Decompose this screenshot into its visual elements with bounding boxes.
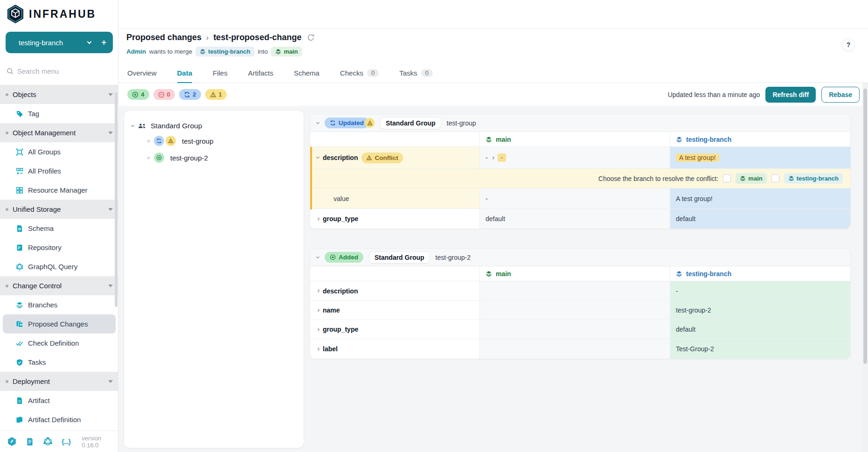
tab-overview[interactable]: Overview [127,63,157,83]
diff-tree-panel: Standard Group test-group test-group-2 [124,110,304,448]
file-icon [16,397,23,404]
status-label: Updated [339,119,364,126]
profiles-icon [16,167,23,175]
page-scrollbar-thumb[interactable] [863,89,867,364]
tab-tasks[interactable]: Tasks0 [399,63,433,83]
infrahub-docs-icon[interactable] [7,437,16,446]
sidebar-item-tasks[interactable]: Tasks [0,353,118,372]
field-name: description [323,287,358,295]
nav-group-label: Objects [13,90,104,98]
nav-group-object-management[interactable]: Object Management [0,123,118,142]
sidebar-item-resource-manager[interactable]: Resource Manager [0,181,118,200]
page-scrollbar[interactable] [862,83,868,452]
tab-artifacts[interactable]: Artifacts [248,63,273,83]
diff-row-group-type[interactable]: group_type default [310,320,850,339]
sidebar-item-branches[interactable]: Branches [0,295,118,314]
tab-files[interactable]: Files [213,63,228,83]
sidebar-item-artifact[interactable]: Artifact [0,391,118,410]
diff-row-label[interactable]: label Test-Group-2 [310,339,850,359]
plus-icon: + [101,38,106,48]
resolve-main-checkbox[interactable] [723,174,731,182]
diff-card-header[interactable]: Updated Standard Group test-group [310,114,850,132]
sidebar-scrollbar[interactable] [115,92,118,307]
sidebar-item-label: Artifact [28,396,50,404]
refresh-diff-button[interactable]: Refresh diff [765,87,816,103]
schema-icon [16,225,23,232]
chevron-right-icon[interactable] [316,308,319,312]
bullet-dot [6,132,8,134]
branch-column-header: testing-branch [670,132,851,146]
chevron-down-icon[interactable] [316,155,319,159]
nav-group-unified-storage[interactable]: Unified Storage [0,200,118,219]
conflict-counter[interactable]: 1 [205,89,227,100]
sidebar-item-tag[interactable]: Tag [0,104,118,123]
breadcrumb-current: test-proposed-change [213,33,301,42]
diff-card-header[interactable]: Added Standard Group test-group-2 [310,249,850,266]
checks-count-badge: 0 [367,69,379,77]
sidebar-item-all-profiles[interactable]: All Profiles [0,161,118,181]
tab-schema[interactable]: Schema [294,63,319,83]
documentation-icon[interactable] [26,438,34,446]
tree-node-standard-group[interactable]: Standard Group [132,122,296,130]
sidebar-item-label: Tasks [28,358,46,366]
chevron-right-icon[interactable] [316,347,319,350]
diff-row-group-type[interactable]: group_type default default [310,209,850,229]
main-column-header: main [479,266,670,281]
conflict-prompt: Choose the branch to resolve the conflic… [598,175,719,182]
resolve-branch-checkbox[interactable] [771,174,779,182]
content-area: Standard Group test-group test-group-2 [118,107,868,452]
resolve-testing-branch-badge[interactable]: testing-branch [784,173,843,184]
nav-group-objects[interactable]: Objects [0,85,118,104]
conflict-count: 1 [219,91,222,98]
reload-icon[interactable] [307,34,315,42]
triangle-down-icon [108,285,113,287]
sidebar-item-all-groups[interactable]: All Groups [0,142,118,161]
conflict-badge: Conflict [361,153,403,163]
sidebar-item-label: All Groups [28,148,61,156]
graphql-sandbox-icon[interactable] [43,437,52,446]
menu-search[interactable] [0,62,118,80]
help-button[interactable]: ? [842,38,855,51]
group-people-icon [138,123,146,129]
tree-node-test-group-2[interactable]: test-group-2 [147,152,296,164]
chevron-right-icon[interactable] [316,327,319,331]
merge-text: wants to merge [149,48,192,55]
nav-group-deployment[interactable]: Deployment [0,372,118,391]
chevron-right-icon[interactable] [316,217,319,220]
sidebar-item-artifact-definition[interactable]: Artifact Definition [0,410,118,429]
branch-selector[interactable]: testing-branch + [6,32,113,53]
sidebar-item-graphql-query[interactable]: GraphQL Query [0,257,118,276]
target-branch-badge[interactable]: main [271,47,302,56]
tab-data[interactable]: Data [177,63,193,83]
sidebar-item-proposed-changes[interactable]: Proposed Changes [3,314,116,334]
chevron-right-icon[interactable] [316,289,319,292]
breadcrumb-root[interactable]: Proposed changes [126,33,201,42]
updated-counter[interactable]: 2 [179,89,201,100]
sidebar-item-label: All Profiles [28,167,61,175]
updated-status-badge: Updated [325,118,369,128]
source-branch-badge[interactable]: testing-branch [195,47,254,56]
menu-search-input[interactable] [17,67,97,75]
diff-row-description[interactable]: description - [310,281,850,301]
sidebar-item-schema[interactable]: Schema [0,219,118,238]
branch-selector-value: testing-branch [19,39,88,47]
tree-node-test-group[interactable]: test-group [147,135,296,147]
app-root: INFRAHUB testing-branch + Objects Tag [0,0,868,452]
tab-checks[interactable]: Checks0 [340,63,379,83]
added-counter[interactable]: 4 [127,89,149,100]
diff-row-description[interactable]: description Conflict - - A test group! [310,147,850,169]
diff-row-name[interactable]: name test-group-2 [310,301,850,320]
updated-count: 2 [193,91,196,98]
merge-description: Admin wants to merge testing-branch into… [126,47,302,56]
sidebar-item-check-definition[interactable]: Check Definition [0,334,118,353]
rebase-button[interactable]: Rebase [821,87,860,103]
sidebar-item-repository[interactable]: Repository [0,238,118,257]
nav-group-change-control[interactable]: Change Control [0,276,118,295]
removed-counter[interactable]: 0 [153,89,175,100]
bullet-dot [6,93,8,96]
main-value-cell [479,339,670,359]
infrahub-logo[interactable]: INFRAHUB [0,0,118,28]
code-braces-icon[interactable]: {...} [62,438,70,445]
resolve-main-branch-badge[interactable]: main [736,173,766,184]
new-value-highlight: - [498,153,507,162]
